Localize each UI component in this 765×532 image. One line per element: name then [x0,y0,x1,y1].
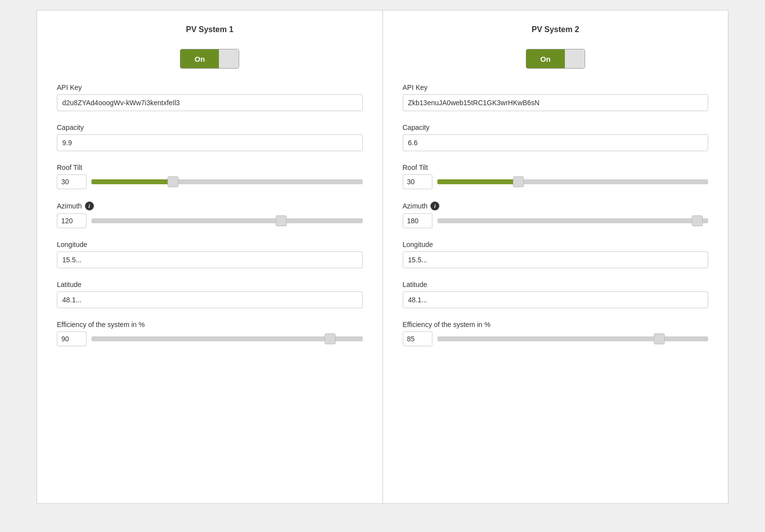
pv-system-1-panel: PV System 1 On API Key Capacity Roof Til… [37,10,383,503]
roof-tilt-2-number[interactable] [403,174,432,189]
roof-tilt-2-thumb[interactable] [513,176,524,187]
azimuth-1-info-icon[interactable]: i [85,202,94,210]
roof-tilt-2-slider-row [403,174,709,189]
latitude-1-input[interactable] [57,291,363,308]
roof-tilt-1-thumb[interactable] [168,176,178,187]
efficiency-1-thumb[interactable] [325,333,336,344]
toggle-1-on-label[interactable]: On [180,49,219,68]
api-key-2-input[interactable] [403,94,709,111]
api-key-1-label: API Key [57,83,363,91]
efficiency-1-track[interactable] [91,336,363,341]
latitude-1-group: Latitude [57,281,363,308]
api-key-1-group: API Key [57,83,363,111]
azimuth-1-thumb[interactable] [276,215,287,226]
roof-tilt-1-label: Roof Tilt [57,164,363,171]
azimuth-1-slider-row [57,213,363,228]
api-key-2-group: API Key [403,83,709,111]
capacity-2-label: Capacity [403,123,709,131]
longitude-2-input[interactable] [403,251,709,268]
azimuth-2-number[interactable] [403,213,432,228]
latitude-1-label: Latitude [57,281,363,288]
roof-tilt-1-slider-row [57,174,363,189]
azimuth-2-info-icon[interactable]: i [430,202,439,210]
efficiency-2-track[interactable] [437,336,709,341]
toggle-1-switch[interactable]: On [180,49,239,69]
efficiency-2-thumb[interactable] [654,333,665,344]
toggle-2-switch[interactable]: On [526,49,585,69]
capacity-1-input[interactable] [57,134,363,151]
efficiency-1-slider-row [57,331,363,346]
longitude-1-input[interactable] [57,251,363,268]
azimuth-2-group: Azimuth i [403,202,709,228]
azimuth-1-label: Azimuth i [57,202,363,210]
azimuth-1-track[interactable] [91,218,363,223]
longitude-2-group: Longitude [403,241,709,268]
pv-system-2-title: PV System 2 [403,25,709,34]
roof-tilt-2-group: Roof Tilt [403,164,709,189]
main-container: PV System 1 On API Key Capacity Roof Til… [37,10,728,504]
toggle-2-off[interactable] [565,49,585,68]
roof-tilt-1-number[interactable] [57,174,86,189]
latitude-2-group: Latitude [403,281,709,308]
toggle-2-on-label[interactable]: On [526,49,565,68]
efficiency-2-label: Efficiency of the system in % [403,321,709,328]
longitude-2-label: Longitude [403,241,709,248]
api-key-2-label: API Key [403,83,709,91]
azimuth-2-thumb[interactable] [692,215,703,226]
roof-tilt-1-fill [91,179,173,184]
roof-tilt-1-track[interactable] [91,179,363,184]
toggle-1-off[interactable] [219,49,239,68]
capacity-2-input[interactable] [403,134,709,151]
azimuth-1-group: Azimuth i [57,202,363,228]
roof-tilt-2-fill [437,179,519,184]
pv-system-2-panel: PV System 2 On API Key Capacity Roof Til… [383,10,728,503]
efficiency-1-group: Efficiency of the system in % [57,321,363,346]
capacity-2-group: Capacity [403,123,709,151]
longitude-1-label: Longitude [57,241,363,248]
pv-system-1-title: PV System 1 [57,25,363,34]
efficiency-2-number[interactable] [403,331,432,346]
efficiency-1-label: Efficiency of the system in % [57,321,363,328]
azimuth-2-label: Azimuth i [403,202,709,210]
efficiency-2-group: Efficiency of the system in % [403,321,709,346]
azimuth-2-slider-row [403,213,709,228]
latitude-2-label: Latitude [403,281,709,288]
toggle-2-container: On [403,49,709,69]
efficiency-2-slider-row [403,331,709,346]
capacity-1-group: Capacity [57,123,363,151]
roof-tilt-2-track[interactable] [437,179,709,184]
azimuth-1-number[interactable] [57,213,86,228]
azimuth-2-track[interactable] [437,218,709,223]
api-key-1-input[interactable] [57,94,363,111]
capacity-1-label: Capacity [57,123,363,131]
toggle-1-container: On [57,49,363,69]
longitude-1-group: Longitude [57,241,363,268]
latitude-2-input[interactable] [403,291,709,308]
roof-tilt-2-label: Roof Tilt [403,164,709,171]
roof-tilt-1-group: Roof Tilt [57,164,363,189]
efficiency-1-number[interactable] [57,331,86,346]
